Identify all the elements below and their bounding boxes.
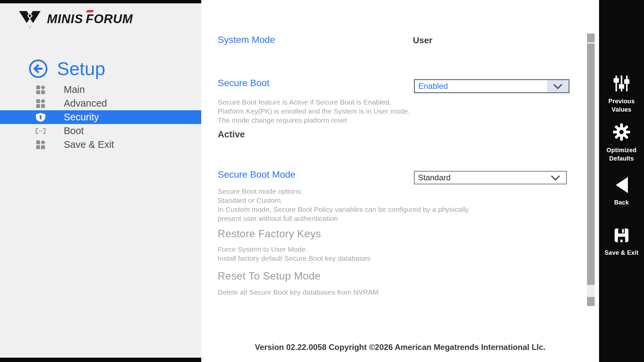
grid-icon [35, 85, 46, 94]
sidebar-item-main[interactable]: Main [0, 83, 201, 97]
sidebar-item-label: Save & Exit [64, 139, 114, 150]
action-optimized-defaults[interactable]: Optimized Defaults [599, 123, 644, 163]
sidebar-item-advanced[interactable]: Advanced [0, 97, 201, 110]
secure-boot-mode-select-value: Standard [415, 172, 545, 184]
logo-text: MINIS FORUM [47, 12, 133, 26]
secure-boot-label: Secure Boot [218, 78, 269, 88]
sidebar-item-boot[interactable]: Boot [0, 124, 201, 138]
scrollbar-up-button[interactable] [587, 34, 595, 42]
sidebar-item-label: Boot [64, 125, 84, 136]
help-line: Force System to User Mode. [218, 245, 370, 254]
back-triangle-icon [614, 176, 629, 195]
system-mode-value: User [413, 35, 432, 46]
logo-text-left: MINIS [47, 12, 83, 26]
grid-icon [35, 99, 46, 108]
grid-icon [35, 140, 46, 149]
secure-boot-select-value: Enabled [415, 80, 547, 92]
chevron-down-icon [545, 172, 566, 184]
sidebar-item-save-exit[interactable]: Save & Exit [0, 138, 201, 152]
help-line: Delete all Secure Boot key databases fro… [218, 288, 379, 297]
sidebar-item-label: Security [64, 112, 99, 123]
secure-boot-mode-help: Secure Boot mode options: Standard or Cu… [218, 187, 469, 223]
action-back[interactable]: Back [599, 176, 644, 207]
restore-factory-keys-help: Force System to User Mode. Install facto… [218, 245, 370, 263]
sidebar-item-security[interactable]: Security [0, 110, 201, 124]
bios-setup-screen: MINIS FORUM Setup [0, 0, 644, 362]
boot-drive-icon [35, 127, 46, 135]
help-line: Standard or Custom. [218, 196, 469, 205]
logo-text-right: FORUM [86, 12, 133, 26]
action-label: Save & Exit [604, 249, 638, 257]
action-label: Previous Values [608, 97, 635, 114]
secure-boot-select[interactable]: Enabled [414, 79, 570, 93]
help-line: Platform Key(PK) is enrolled and the Sys… [218, 107, 410, 116]
restore-factory-keys-item[interactable]: Restore Factory Keys [218, 228, 321, 240]
action-save-exit[interactable]: Save & Exit [599, 227, 644, 257]
sliders-icon [612, 74, 631, 94]
sidebar-menu: Main Advanced [0, 83, 201, 152]
back-circle-icon[interactable] [28, 59, 48, 79]
sidebar-item-label: Main [64, 84, 85, 95]
setup-title: Setup [57, 58, 105, 79]
action-label: Back [614, 198, 629, 207]
footer-version: Version 02.22.0058 Copyright ©2026 Ameri… [216, 343, 585, 352]
shield-icon [35, 113, 46, 122]
help-line: In Custom mode, Secure Boot Policy varia… [218, 205, 469, 214]
action-previous-values[interactable]: Previous Values [599, 74, 644, 114]
help-line: present user without full authentication [218, 214, 469, 223]
setup-header: Setup [28, 58, 105, 79]
sidebar-item-label: Advanced [64, 98, 107, 109]
reset-to-setup-mode-item[interactable]: Reset To Setup Mode [218, 270, 321, 282]
scrollbar-down-button[interactable] [587, 297, 595, 306]
gear-icon [612, 123, 631, 143]
help-line: Secure Boot feature is Active if Secure … [218, 98, 410, 107]
minisforum-logo-mark-icon [17, 9, 42, 29]
action-bar: Previous Values [599, 0, 644, 362]
secure-boot-status: Active [218, 129, 245, 140]
secure-boot-mode-select[interactable]: Standard [414, 171, 567, 184]
help-line: Secure Boot mode options: [218, 187, 469, 196]
help-line: The mode change requires platform reset [218, 116, 410, 125]
action-label: Optimized Defaults [606, 146, 637, 163]
reset-to-setup-mode-help: Delete all Secure Boot key databases fro… [218, 288, 379, 297]
chevron-down-icon [547, 80, 569, 92]
secure-boot-mode-label: Secure Boot Mode [218, 169, 296, 180]
scrollbar [587, 34, 595, 306]
main-content: System Mode User Secure Boot Enabled Sec… [201, 0, 599, 362]
help-line: Install factory default Secure Boot key … [218, 254, 370, 263]
minisforum-logo: MINIS FORUM [17, 9, 133, 29]
scrollbar-thumb[interactable] [587, 44, 595, 285]
secure-boot-help: Secure Boot feature is Active if Secure … [218, 98, 410, 125]
floppy-icon [613, 227, 630, 245]
system-mode-label: System Mode [218, 35, 275, 45]
left-sidebar: MINIS FORUM Setup [0, 3, 201, 358]
